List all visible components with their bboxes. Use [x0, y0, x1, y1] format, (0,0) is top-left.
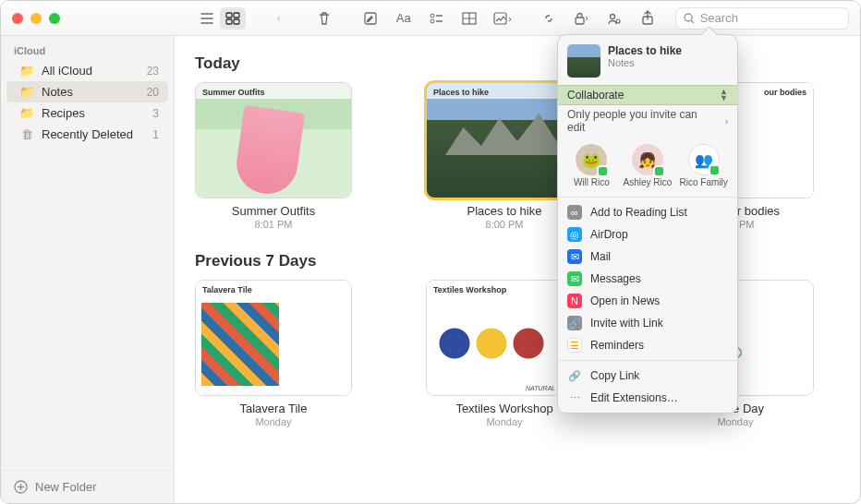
sidebar-item-notes[interactable]: 📁 Notes 20	[6, 81, 168, 102]
note-time: Monday	[195, 416, 352, 427]
sidebar-item-count: 1	[152, 128, 159, 141]
sidebar-item-label: All iCloud	[42, 64, 139, 78]
minimize-window-button[interactable]	[30, 13, 42, 24]
sidebar-item-recipes[interactable]: 📁 Recipes 3	[6, 102, 168, 124]
note-thumbnail: Talavera Tile	[195, 280, 352, 396]
link-icon: 🔗	[567, 316, 582, 330]
window-controls	[12, 13, 60, 24]
action-copy-link[interactable]: 🔗Copy Link	[558, 365, 737, 387]
sidebar-item-recently-deleted[interactable]: 🗑 Recently Deleted 1	[6, 124, 168, 145]
search-icon	[684, 13, 695, 24]
note-time: Monday	[657, 416, 814, 427]
lock-button[interactable]	[569, 7, 595, 30]
delete-button[interactable]	[312, 7, 338, 30]
folder-icon: 📁	[19, 106, 34, 120]
gallery-view-button[interactable]	[220, 7, 246, 30]
link-note-button[interactable]	[536, 7, 562, 30]
section-header-today: Today	[195, 54, 840, 73]
svg-rect-1	[234, 13, 239, 18]
back-button[interactable]: ‹	[266, 7, 292, 30]
permission-row[interactable]: Only people you invite can edit ›	[558, 105, 737, 137]
avatar: 👥	[688, 144, 720, 175]
svg-point-10	[611, 14, 615, 18]
action-reminders[interactable]: ☰Reminders	[558, 334, 737, 356]
person-will-rico[interactable]: 🐸 Will Rico	[565, 144, 617, 187]
table-button[interactable]	[456, 7, 482, 30]
copy-link-icon: 🔗	[567, 368, 582, 383]
notes-gallery: Today Summer Outfits Summer Outfits 8:01…	[175, 36, 860, 503]
permission-label: Only people you invite can edit	[567, 108, 718, 134]
messages-badge-icon	[653, 165, 665, 177]
chevron-right-icon: ›	[725, 116, 728, 126]
search-placeholder: Search	[700, 11, 738, 25]
action-invite-with-link[interactable]: 🔗Invite with Link	[558, 312, 737, 334]
sidebar-item-count: 3	[152, 107, 159, 120]
note-card-summer-outfits[interactable]: Summer Outfits Summer Outfits 8:01 PM	[195, 82, 352, 230]
titlebar: ‹ Aa Search	[1, 1, 860, 36]
svg-rect-2	[226, 19, 232, 24]
share-popover: Places to hike Notes Collaborate ▲▼ Only…	[557, 34, 738, 414]
person-name: Will Rico	[574, 177, 610, 187]
new-folder-label: New Folder	[35, 480, 96, 494]
person-ashley-rico[interactable]: 👧 Ashley Rico	[622, 144, 673, 187]
reading-list-icon: ∞	[567, 205, 582, 220]
action-airdrop[interactable]: ◎AirDrop	[558, 223, 737, 246]
svg-rect-0	[226, 13, 232, 18]
news-icon: N	[567, 294, 582, 308]
zoom-window-button[interactable]	[49, 13, 60, 24]
action-messages[interactable]: ✉Messages	[558, 268, 737, 290]
messages-badge-icon	[597, 165, 609, 177]
popover-subtitle: Notes	[608, 57, 682, 68]
trash-icon: 🗑	[19, 127, 34, 141]
svg-point-13	[685, 14, 692, 21]
svg-point-6	[430, 19, 434, 23]
person-name: Rico Family	[680, 177, 728, 187]
action-open-in-news[interactable]: NOpen in News	[558, 290, 737, 312]
svg-rect-9	[576, 18, 584, 24]
stepper-icon: ▲▼	[720, 89, 728, 102]
close-window-button[interactable]	[12, 13, 23, 24]
share-button[interactable]	[635, 7, 661, 30]
action-add-to-reading-list[interactable]: ∞Add to Reading List	[558, 201, 737, 223]
new-note-button[interactable]	[358, 7, 383, 30]
section-header-previous-7-days: Previous 7 Days	[195, 252, 840, 270]
media-button[interactable]	[490, 7, 515, 30]
avatar: 🐸	[576, 144, 607, 175]
sidebar-item-label: Recipes	[42, 106, 145, 120]
svg-point-5	[430, 14, 434, 18]
person-rico-family[interactable]: 👥 Rico Family	[678, 144, 730, 187]
note-card-talavera-tile[interactable]: Talavera Tile Talavera Tile Monday	[195, 280, 352, 427]
messages-icon: ✉	[567, 271, 582, 286]
sidebar-section-header: iCloud	[1, 36, 174, 60]
svg-rect-3	[234, 19, 239, 24]
search-field[interactable]: Search	[675, 7, 849, 30]
reminders-icon: ☰	[567, 338, 582, 353]
svg-point-11	[616, 19, 620, 23]
extensions-icon: ⋯	[567, 390, 582, 405]
popover-header: Places to hike Notes	[558, 35, 737, 85]
new-folder-button[interactable]: New Folder	[1, 470, 174, 503]
note-time: 8:01 PM	[195, 219, 352, 230]
share-mode-selector[interactable]: Collaborate ▲▼	[558, 85, 737, 105]
sidebar-item-label: Recently Deleted	[42, 127, 145, 141]
folder-icon: 📁	[19, 64, 34, 78]
action-edit-extensions[interactable]: ⋯Edit Extensions…	[558, 387, 737, 409]
list-view-button[interactable]	[194, 7, 220, 30]
note-time: Monday	[426, 416, 583, 427]
sidebar-item-count: 20	[147, 86, 159, 99]
plus-circle-icon	[14, 480, 28, 494]
checklist-button[interactable]	[424, 7, 450, 30]
folder-icon: 📁	[19, 85, 34, 99]
suggested-people: 🐸 Will Rico 👧 Ashley Rico 👥 Rico Family	[558, 137, 737, 193]
popover-thumbnail	[567, 44, 600, 78]
popover-title: Places to hike	[608, 44, 682, 57]
format-button[interactable]: Aa	[391, 7, 417, 30]
sidebar-item-all-icloud[interactable]: 📁 All iCloud 23	[6, 60, 168, 81]
note-title: Summer Outfits	[195, 204, 352, 218]
action-mail[interactable]: ✉Mail	[558, 246, 737, 268]
airdrop-icon: ◎	[567, 227, 582, 242]
sidebar-item-label: Notes	[42, 85, 139, 99]
note-title: Talavera Tile	[195, 402, 352, 415]
sidebar: iCloud 📁 All iCloud 23 📁 Notes 20 📁 Reci…	[1, 36, 175, 503]
collaborate-button[interactable]	[601, 7, 627, 30]
